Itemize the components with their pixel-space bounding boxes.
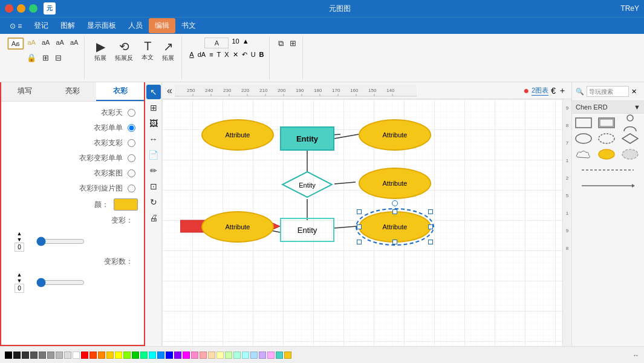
- color-skyblue[interactable]: [157, 352, 164, 359]
- color-swatch[interactable]: [114, 198, 138, 211]
- shape-line2[interactable]: [574, 179, 642, 192]
- color-gray1[interactable]: [30, 352, 37, 359]
- font-size-up[interactable]: ▲: [242, 38, 249, 48]
- vtool-edit[interactable]: ✏: [146, 163, 161, 178]
- color-lightgray[interactable]: [56, 352, 63, 359]
- ribbon-btn-style3[interactable]: aA: [39, 38, 52, 50]
- ribbon-btn-arrow[interactable]: ▶ 拓展: [91, 38, 110, 64]
- attribute-mid-right[interactable]: Attribute: [359, 168, 431, 199]
- shape-ellipse[interactable]: [574, 132, 593, 145]
- vtool-image[interactable]: 🖼: [146, 116, 161, 131]
- handle-tl[interactable]: [357, 209, 362, 214]
- style-radio-1[interactable]: [128, 109, 135, 117]
- font-list[interactable]: T: [217, 51, 221, 59]
- ribbon-btn-style1[interactable]: aA: [7, 38, 24, 50]
- menu-item-display[interactable]: 显示面板: [81, 18, 122, 33]
- font-format[interactable]: dA: [198, 51, 206, 59]
- font-bold-i[interactable]: ≡: [209, 51, 213, 59]
- diamond-mid[interactable]: Entity: [281, 171, 333, 198]
- font-super[interactable]: ↶: [242, 51, 247, 59]
- color-pink[interactable]: [191, 352, 198, 359]
- color-gold[interactable]: [106, 352, 114, 359]
- menu-item-dengji[interactable]: 登记: [28, 18, 54, 33]
- color-lightyellow[interactable]: [216, 352, 224, 359]
- menu-item-renyuan[interactable]: 人员: [122, 18, 149, 33]
- menu-item-edit[interactable]: 编辑: [149, 18, 175, 33]
- slider1-arrows[interactable]: ▲▼: [17, 231, 22, 243]
- color-magenta[interactable]: [183, 352, 190, 359]
- vtool-pointer[interactable]: ↖: [146, 85, 161, 99]
- ribbon-btn-lock[interactable]: 🔒: [24, 52, 39, 64]
- font-color-btn[interactable]: A: [204, 38, 229, 48]
- color-lightcyan[interactable]: [242, 352, 249, 359]
- color-redorange[interactable]: [89, 352, 97, 359]
- font-underline[interactable]: A: [189, 51, 194, 59]
- shape-person[interactable]: [621, 116, 639, 129]
- handle-mr[interactable]: [428, 224, 433, 229]
- font-u2[interactable]: U: [251, 51, 256, 59]
- canvas-plus[interactable]: ＋: [558, 85, 567, 96]
- color-lightmagenta[interactable]: [267, 352, 275, 359]
- font-sub[interactable]: ✕: [233, 51, 238, 59]
- vtool-rotate[interactable]: ↻: [146, 195, 161, 209]
- collapse-btn[interactable]: «: [167, 85, 172, 96]
- color-cyan[interactable]: [149, 352, 156, 359]
- menu-item-shuwen[interactable]: 书文: [175, 18, 202, 33]
- handle-tc[interactable]: [392, 209, 397, 214]
- color-lightgreen[interactable]: [225, 352, 232, 359]
- color-lightblue[interactable]: [250, 352, 258, 359]
- entity-bottom[interactable]: Entity: [280, 218, 334, 242]
- color-white[interactable]: [73, 352, 80, 359]
- vtool-shapes[interactable]: ⊞: [146, 100, 161, 115]
- shape-ellipse3[interactable]: [621, 148, 639, 161]
- style-radio-5[interactable]: [128, 169, 135, 177]
- color-darkgray1[interactable]: [13, 352, 21, 359]
- font-bold[interactable]: B: [259, 51, 264, 59]
- slider2-arrows[interactable]: ▲▼: [17, 272, 22, 284]
- color-black[interactable]: [5, 352, 12, 359]
- handle-ml[interactable]: [357, 224, 362, 229]
- shape-cloud[interactable]: [574, 148, 593, 161]
- tab-yicai[interactable]: 衣彩: [96, 82, 144, 101]
- font-strike[interactable]: X: [224, 51, 229, 59]
- color-purple[interactable]: [174, 352, 181, 359]
- rotate-handle[interactable]: [392, 200, 398, 206]
- color-teal[interactable]: [276, 352, 283, 359]
- style-radio-6[interactable]: [128, 185, 135, 192]
- canvas-main[interactable]: Entity Attribute Attribute Entity Attrib…: [162, 99, 571, 346]
- color-gray2[interactable]: [39, 352, 46, 359]
- color-orange[interactable]: [98, 352, 105, 359]
- handle-bl[interactable]: [357, 240, 362, 244]
- vtool-print[interactable]: 🖨: [146, 211, 161, 225]
- attribute-top-left[interactable]: Attribute: [201, 119, 274, 151]
- color-lightpink[interactable]: [200, 352, 207, 359]
- shape-rect[interactable]: [574, 116, 593, 129]
- shape-ellipse-dash[interactable]: [597, 132, 616, 145]
- ribbon-btn-style2[interactable]: aA: [25, 38, 37, 50]
- attribute-bottom-left[interactable]: Attribute: [201, 211, 274, 243]
- right-panel-dropdown[interactable]: ▼: [634, 103, 640, 111]
- maximize-button[interactable]: [29, 4, 37, 13]
- right-panel-close[interactable]: ✕: [631, 88, 637, 96]
- entity-top[interactable]: Entity: [280, 126, 334, 151]
- color-verylightgray[interactable]: [64, 352, 71, 359]
- ribbon-paste-btn[interactable]: ⊞: [287, 38, 299, 50]
- color-gray3[interactable]: [47, 352, 54, 359]
- handle-bc[interactable]: [392, 240, 397, 244]
- tab-liangcai[interactable]: 亮彩: [49, 82, 97, 101]
- shape-rect-double[interactable]: [597, 116, 616, 129]
- color-blue[interactable]: [166, 352, 173, 359]
- color-green[interactable]: [132, 352, 139, 359]
- menu-item-logo[interactable]: ⊙ ≡: [4, 19, 28, 33]
- color-mint[interactable]: [233, 352, 241, 359]
- canvas-2-views[interactable]: 2图表: [532, 86, 548, 96]
- vtool-page[interactable]: 📄: [146, 148, 161, 162]
- ribbon-copy-btn[interactable]: ⧉: [276, 38, 286, 50]
- color-amber[interactable]: [284, 352, 291, 359]
- vtool-connect[interactable]: ↔: [146, 132, 161, 146]
- ribbon-btn-align[interactable]: ⊟: [53, 52, 64, 64]
- ribbon-btn-style5[interactable]: aA: [68, 38, 80, 50]
- handle-tr[interactable]: [428, 209, 433, 214]
- shape-search-input[interactable]: [587, 86, 629, 97]
- slider2-input[interactable]: [36, 278, 85, 287]
